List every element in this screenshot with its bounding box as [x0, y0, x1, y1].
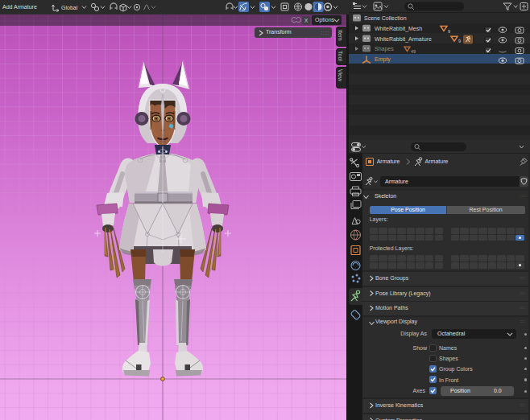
svg-text:X: X [304, 18, 308, 23]
svg-text:9: 9 [448, 29, 450, 34]
svg-text:49: 49 [411, 49, 416, 54]
svg-text:9: 9 [458, 39, 461, 43]
